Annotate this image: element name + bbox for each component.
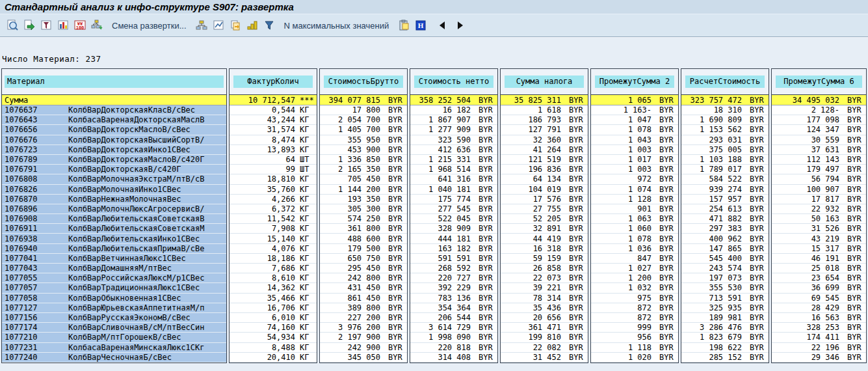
material-cell[interactable]: 1077174КолбВарСливочнаяВ/сМ/птВесСин (2, 323, 226, 333)
column-sub6: ПромежутСумма 634 495 032BYR2 128-BYR177… (771, 68, 867, 363)
sub2-cell: 872BYR (591, 303, 678, 313)
tax-cell: 39 221BYR (501, 283, 588, 293)
change-drilldown-button[interactable]: Смена развертки... (105, 21, 193, 31)
drilldown-icon[interactable] (88, 18, 105, 33)
column-header-chip-tax[interactable]: Сумма налога (505, 76, 584, 88)
material-cell[interactable]: 1076938КолбВарЛюбительскаяИнко1СВес (2, 234, 226, 243)
sub2-cell: 1 078BYR (591, 234, 678, 243)
net-cell: 783 136BYR (410, 294, 497, 303)
sub2-cell: 1 020BYR (591, 353, 678, 363)
material-cell[interactable]: 1076789КолбВарДокторскаяМаслоВ/с420Г (2, 155, 226, 165)
currency-icon[interactable]: ¥¥100 (72, 18, 88, 33)
help-icon[interactable]: H (412, 18, 429, 33)
toolbar: ¥¥100 Смена развертки... N максимальных … (0, 14, 868, 37)
gross-cell: 361 800BYR (320, 224, 407, 234)
top-n-icon[interactable] (261, 18, 278, 33)
sub6-cell: 16 563BYR (772, 313, 866, 323)
column-header-chip-gross[interactable]: СтоимостьБрутто (324, 76, 403, 88)
export-icon[interactable] (21, 18, 38, 33)
gross-cell: 2 054 700BYR (320, 115, 407, 125)
column-qty: ФактурКолич10 712,547***0,544КГ43,244КГ3… (229, 68, 317, 363)
column-header-chip-qty[interactable]: ФактурКолич (233, 76, 313, 88)
qty-cell: 6,372КГ (230, 204, 317, 214)
qty-cell: 4,076КГ (230, 244, 317, 254)
sub6-cell: 22 196BYR (772, 343, 866, 353)
material-cell[interactable]: 1077210КолбВарМ/птГорошекВ/сВес (2, 333, 226, 342)
net-cell: 641 316BYR (410, 174, 497, 184)
tax-cell: 17 576BYR (501, 195, 588, 204)
column-header-chip-net[interactable]: Стоимость нетто (414, 76, 493, 88)
calc-cell: 197 073BYR (681, 273, 769, 283)
net-cell: 1 998 090BYR (410, 333, 497, 342)
material-cell[interactable]: 1076908КолбВарЛюбительскаяСоветскаяВ (2, 214, 226, 224)
material-cell[interactable]: 1077043КолбВарДомашняяМ/птВес (2, 264, 226, 273)
sub6-cell: 22 932BYR (772, 204, 866, 214)
sub2-cell: 1 027BYR (591, 264, 678, 273)
column-header-chip-sub6[interactable]: ПромежутСумма 6 (776, 76, 862, 88)
net-cell: 1 277 909BYR (410, 125, 497, 135)
material-cell[interactable]: 1076656КолбВарДокторскМаслоВ/сВес (2, 125, 226, 135)
material-cell[interactable]: 1076896КолбВарМолочнЛюксАгросервисВ/ (2, 204, 226, 214)
sub2-cell: 1 017BYR (591, 155, 678, 165)
sub2-cell: 1 003BYR (591, 145, 678, 155)
detail-search-icon[interactable] (4, 18, 21, 33)
gross-cell: 1 405 700BYR (320, 125, 407, 135)
column-header-material: Материал (2, 69, 226, 95)
calc-cell: 297 383BYR (681, 224, 769, 234)
column-tax: Сумма налога35 825 311BYR1 618BYR186 793… (500, 68, 588, 363)
sort-icon[interactable] (244, 18, 261, 33)
material-cell[interactable]: 1076911КолбВарЛюбительскаяСоветскаяМ (2, 224, 226, 234)
material-cell[interactable]: 1077055КолбВарРоссийскаяЛюксМ/р1СВес (2, 273, 226, 283)
prev-arrow-icon[interactable] (434, 18, 451, 33)
material-cell[interactable]: 1077058КолбВарОбыкновенная1СВес (2, 294, 226, 303)
tax-cell: 41 264BYR (501, 145, 588, 155)
qty-cell: 35,466КГ (230, 294, 317, 303)
column-header-chip-calc[interactable]: РасчетСтоимость (685, 76, 765, 88)
material-cell[interactable]: 1077057КолбВарТрадиционнаяЛюкс1СВес (2, 283, 226, 293)
title-bar: Стандартный анализ к инфо-структуре S907… (0, 0, 868, 14)
material-cell[interactable]: 1076643КолбасаВаренаяДокторскаяМаслВ (2, 115, 226, 125)
sub6-cell: 46 191BYR (772, 254, 866, 264)
column-material: МатериалСумма1076637КолбВарДокторскаяКла… (1, 68, 227, 363)
material-cell[interactable]: 1076637КолбВарДокторскаяКласВ/сВес (2, 105, 226, 115)
diagram-icon[interactable] (210, 18, 227, 33)
material-cell[interactable]: 1077231КолбасаВаренаяМинскаяЛюкс1СКг (2, 343, 226, 353)
calc-cell: 713 591BYR (681, 294, 769, 303)
net-cell: 412 636BYR (410, 145, 497, 155)
tax-cell: 22 082BYR (501, 343, 588, 353)
hierarchy-icon[interactable] (193, 18, 210, 33)
qty-cell: 18,186КГ (230, 254, 317, 264)
material-cell[interactable]: 1076676КолбВарДокторскаяВысшийСортВ/ (2, 135, 226, 145)
material-cell[interactable]: 1076808КолбВарМолочнаяЭкстраМ/птВ/сВ (2, 174, 226, 184)
column-header-chip-sub2[interactable]: ПромежутСумма 2 (595, 76, 674, 88)
material-cell[interactable]: 1076723КолбВарДокторскаяИнко1СВес (2, 145, 226, 155)
sub6-cell: 17 817BYR (772, 195, 866, 204)
filter-icon[interactable] (38, 18, 55, 33)
sum-cell-net: 358 252 504BYR (410, 95, 497, 105)
sub6-cell: 179 497BYR (772, 165, 866, 174)
sum-cell-calc: 323 757 472BYR (681, 95, 769, 105)
calc-cell: 157 957BYR (681, 195, 769, 204)
qty-cell: 20,410КГ (230, 353, 317, 363)
sub2-cell: 1 036BYR (591, 244, 678, 254)
material-cell[interactable]: 1076940КолбВарЛюбительскаяПримаВ/сВе (2, 244, 226, 254)
next-arrow-icon[interactable] (451, 18, 468, 33)
qty-cell: 11,542КГ (230, 214, 317, 224)
gross-cell: 2 165 350BYR (320, 165, 407, 174)
material-cell[interactable]: 1076826КолбВарМолочнаяИнко1СВес (2, 185, 226, 195)
material-cell[interactable]: 1076870КолбВарНежнаяМолочнаяВес (2, 195, 226, 204)
sub6-cell: 50 163BYR (772, 214, 866, 224)
clipboard-icon[interactable] (395, 18, 412, 33)
bar-chart-icon[interactable] (55, 18, 72, 33)
calc-cell: 198 622BYR (681, 343, 769, 353)
material-cell[interactable]: 1077156КолбВарРусскаяЭкономВ/сВес (2, 313, 226, 323)
material-cell[interactable]: 1077127КолбВарЮрьевскаяАппетитнаяМ/п (2, 303, 226, 313)
top-n-button[interactable]: N максимальных значений (278, 21, 396, 31)
material-cell[interactable]: 1076791КолбВарДокторскаяВ/с420Г (2, 165, 226, 174)
material-cell[interactable]: 1077041КолбВарВетчиннаяЛюкс1СВес (2, 254, 226, 264)
material-cell[interactable]: 1077240КолбВарЧесночнаяБ/сВес (2, 353, 226, 363)
copy-icon[interactable] (227, 18, 244, 33)
sub2-cell: 1 200BYR (591, 273, 678, 283)
calc-cell: 1 823 679BYR (681, 333, 769, 342)
column-header-chip-material[interactable]: Материал (5, 76, 224, 88)
